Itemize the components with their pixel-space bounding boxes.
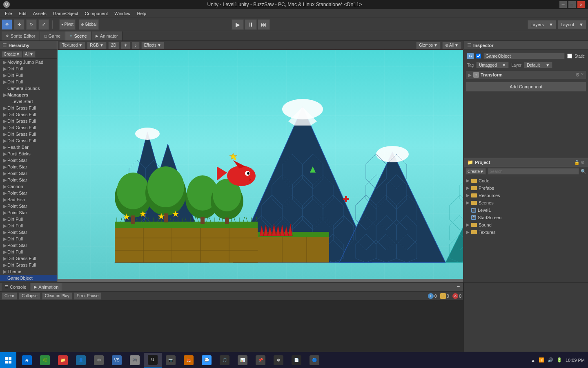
taskbar-item4[interactable]: 👤 (72, 353, 90, 368)
tool-rotate[interactable]: ⟳ (26, 19, 37, 30)
error-pause-button[interactable]: Error Pause (74, 292, 101, 300)
project-search-input[interactable] (488, 168, 579, 175)
hier-item-dirtfull6[interactable]: ▶Dirt Full (0, 236, 57, 242)
tool-hand[interactable]: ✥ (2, 19, 12, 30)
taskbar-item3[interactable]: 📁 (54, 353, 72, 368)
global-button[interactable]: ⊕ Global (79, 19, 99, 30)
hier-item-movejumppad[interactable]: ▶Moving Jump Pad (0, 59, 57, 65)
taskbar-ie[interactable]: e (18, 353, 36, 368)
hier-item-dirtfull4[interactable]: ▶Dirt Full (0, 216, 57, 222)
hier-item-dirtgrass2[interactable]: ▶Dirt Grass Full (0, 111, 57, 118)
project-folder-sound[interactable]: ▶ Sound (465, 221, 587, 229)
gizmos-search[interactable]: ⊕ All ▼ (442, 42, 461, 49)
gameobject-name-input[interactable] (483, 53, 565, 59)
sprite-editor-tab[interactable]: ✥ Sprite Editor (2, 31, 40, 40)
hier-item-pointstar4[interactable]: ▶Point Star (0, 177, 57, 183)
layout-dropdown[interactable]: Layout ▼ (558, 20, 586, 29)
hier-item-dirtgrass8[interactable]: ▶Dirt Grass Full (0, 262, 57, 268)
hier-item-pointstar1[interactable]: ▶Point Star (0, 157, 57, 164)
add-component-button[interactable]: Add Component (466, 82, 586, 92)
scene-canvas[interactable]: ★ ★ ★ ★ ★ (58, 50, 463, 282)
transform-settings-icon[interactable]: ⚙ (575, 72, 580, 78)
hierarchy-search-btn[interactable]: All ▼ (23, 51, 36, 58)
sun-icon[interactable]: ☀ (121, 42, 130, 49)
menu-file[interactable]: File (2, 10, 16, 17)
tag-dropdown[interactable]: Untagged ▼ (476, 62, 509, 68)
taskbar-item12[interactable]: 🎵 (216, 353, 234, 368)
effects-dropdown[interactable]: Effects ▼ (141, 42, 164, 49)
hier-item-managers[interactable]: ▶Managers (0, 92, 57, 98)
menu-help[interactable]: Help (134, 10, 149, 17)
play-button[interactable]: ▶ (232, 19, 244, 30)
menu-gameobject[interactable]: GameObject (50, 10, 82, 17)
game-tab[interactable]: ◻ Game (40, 31, 65, 40)
hier-item-pointstar6[interactable]: ▶Point Star (0, 203, 57, 209)
project-create-btn[interactable]: Create ▼ (466, 168, 486, 175)
minimize-button[interactable]: ─ (559, 1, 567, 8)
project-lock-icon[interactable]: 🔒 (574, 160, 580, 165)
step-button[interactable]: ⏭ (258, 19, 270, 30)
project-folder-prefabs[interactable]: ▶ Prefabs (465, 184, 587, 192)
transform-header[interactable]: ▶ T Transform ⚙ ? (466, 70, 586, 79)
taskbar-item15[interactable]: ⊕ (270, 353, 287, 368)
animation-tab[interactable]: ▶ Animation (31, 283, 62, 291)
taskbar-unity[interactable]: U (144, 353, 162, 368)
menu-component[interactable]: Component (81, 10, 111, 17)
hier-item-healthbar[interactable]: ▶Health Bar (0, 144, 57, 150)
gizmos-dropdown[interactable]: Gizmos ▼ (416, 42, 441, 49)
project-settings-icon[interactable]: ⚙ (581, 160, 585, 165)
hier-item-dirtfull5[interactable]: ▶Dirt Full (0, 222, 57, 229)
hier-item-pointstar3[interactable]: ▶Point Star (0, 170, 57, 177)
hier-item-punjisticks[interactable]: ▶Punji Sticks (0, 150, 57, 157)
project-scene-level1[interactable]: 🎬 Level1 (465, 206, 587, 214)
project-folder-resources[interactable]: ▶ Resources (465, 192, 587, 199)
hier-item-badfish[interactable]: ▶Bad Fish (0, 196, 57, 203)
tool-move[interactable]: ✤ (14, 19, 24, 30)
animator-tab[interactable]: ▶ Animator (91, 31, 122, 40)
pause-button[interactable]: ⏸ (245, 19, 257, 30)
scene-tab[interactable]: ✦ Scene (65, 31, 91, 40)
layers-dropdown[interactable]: Layers ▼ (528, 20, 556, 29)
hier-item-theme[interactable]: ▶Theme (0, 268, 57, 275)
project-scene-startscreen[interactable]: 🎬 StartScreen (465, 214, 587, 221)
hier-item-dirtgrass6[interactable]: ▶Dirt Grass Full (0, 137, 57, 144)
taskbar-item16[interactable]: 📄 (287, 353, 305, 368)
taskbar-item17[interactable]: 🔵 (305, 353, 323, 368)
transform-help-icon[interactable]: ? (581, 72, 584, 78)
start-button[interactable] (0, 352, 16, 368)
hier-item-dirtgrass1[interactable]: ▶Dirt Grass Full (0, 105, 57, 111)
menu-edit[interactable]: Edit (16, 10, 30, 17)
project-folder-code[interactable]: ▶ Code (465, 177, 587, 184)
hier-item-levelstart[interactable]: Level Start (0, 98, 57, 105)
hier-item-pointstar9[interactable]: ▶Point Star (0, 242, 57, 249)
taskbar-item14[interactable]: 📌 (252, 353, 270, 368)
hier-item-pointstar2[interactable]: ▶Point Star (0, 164, 57, 170)
hier-item-dirtfull7[interactable]: ▶Dirt Full (0, 249, 57, 255)
hierarchy-create-btn[interactable]: Create ▼ (2, 51, 22, 58)
taskbar-item5[interactable]: ⚙ (90, 353, 108, 368)
menu-window[interactable]: Window (111, 10, 134, 17)
hier-item-dirtgrass5[interactable]: ▶Dirt Grass Full (0, 131, 57, 137)
tool-scale[interactable]: ⤢ (38, 19, 49, 30)
hier-item-dirtfull2[interactable]: ▶Dirt Full (0, 72, 57, 79)
collapse-button[interactable]: Collapse (19, 292, 40, 300)
gameobject-active-checkbox[interactable] (476, 54, 481, 58)
hier-item-dirtfull1[interactable]: ▶Dirt Full (0, 65, 57, 72)
hier-item-dirtfull3[interactable]: ▶Dirt Full (0, 79, 57, 85)
pivot-button[interactable]: ● Pivot (59, 19, 76, 30)
project-folder-scenes[interactable]: ▶ Scenes (465, 199, 587, 206)
project-search-icon[interactable]: 🔍 (581, 169, 586, 174)
console-tab[interactable]: ☰ Console (2, 283, 30, 291)
hier-item-camerabounds[interactable]: Camera Bounds (0, 85, 57, 92)
twod-button[interactable]: 2D (108, 42, 119, 49)
textured-dropdown[interactable]: Textured ▼ (59, 42, 85, 49)
taskbar-item9[interactable]: 📷 (162, 353, 180, 368)
hier-item-pointstar7[interactable]: ▶Point Star (0, 209, 57, 216)
hier-item-pointstar8[interactable]: ▶Point Star (0, 229, 57, 236)
layer-dropdown[interactable]: Default ▼ (524, 62, 552, 68)
taskbar-item7[interactable]: 🎮 (126, 353, 144, 368)
menu-assets[interactable]: Assets (30, 10, 50, 17)
console-collapse-icon[interactable]: ━ (455, 284, 461, 290)
taskbar-item6[interactable]: VS (108, 353, 126, 368)
clear-button[interactable]: Clear (2, 292, 17, 300)
